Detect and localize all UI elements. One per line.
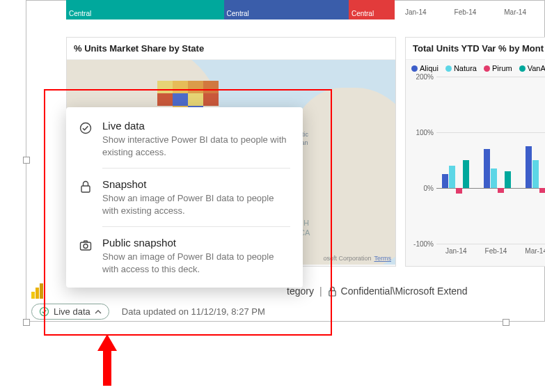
data-updated-text: Data updated on 11/12/19, 8:27 PM	[122, 306, 265, 317]
check-circle-icon	[39, 306, 49, 317]
x-axis: Jan-14 Feb-14 Mar-14	[436, 247, 545, 255]
bar-chart-title: Total Units YTD Var % by Mont	[406, 38, 545, 60]
live-data-dropdown[interactable]: Live data	[31, 304, 109, 320]
status-bar: Live data Data updated on 11/12/19, 8:27…	[31, 304, 265, 320]
lock-icon	[79, 180, 93, 217]
legend-dot-vanar	[519, 65, 526, 72]
chevron-up-icon	[95, 308, 102, 315]
data-mode-popup: Live data Show interactive Power BI data…	[66, 107, 303, 288]
selection-handle-bottom-right[interactable]	[503, 319, 510, 326]
annotation-arrow-icon	[97, 334, 117, 386]
popup-item-title: Live data	[102, 120, 290, 132]
camera-icon	[79, 238, 93, 275]
popup-item-title: Public snapshot	[102, 237, 290, 249]
map-attribution: osoft CorporationTerms	[323, 255, 391, 262]
segment-blue: Central	[224, 0, 349, 19]
segment-red: Central	[349, 0, 395, 19]
legend-dot-natura	[445, 65, 452, 72]
map-terms-link[interactable]: Terms	[374, 255, 392, 262]
top-right-x-axis: Jan-14 Feb-14 Mar-14	[405, 8, 526, 16]
popup-option-live-data[interactable]: Live data Show interactive Power BI data…	[66, 110, 303, 168]
legend-dot-pirum	[484, 65, 490, 72]
selection-handle-left[interactable]	[23, 157, 30, 164]
popup-item-subtitle: Show interactive Power BI data to people…	[102, 134, 290, 158]
map-title: % Units Market Share by State	[67, 38, 395, 60]
popup-option-public-snapshot[interactable]: Public snapshot Show an image of Power B…	[66, 227, 303, 285]
bar-chart-card[interactable]: Total Units YTD Var % by Mont Aliqui Nat…	[405, 37, 545, 267]
map-label-h: H	[303, 219, 309, 227]
segment-teal: Central	[66, 0, 224, 19]
y-axis: 200% 100% 0% -100%	[409, 77, 436, 244]
bar-chart-area: 200% 100% 0% -100%	[409, 77, 545, 244]
svg-rect-3	[329, 290, 335, 295]
popup-item-subtitle: Show an image of Power BI data to people…	[102, 192, 290, 217]
popup-item-title: Snapshot	[102, 178, 290, 190]
check-circle-icon	[79, 121, 93, 158]
lock-icon	[328, 286, 337, 297]
svg-rect-7	[81, 242, 91, 250]
popup-item-subtitle: Show an image of Power BI data to people…	[102, 251, 290, 275]
stacked-bar-segment-row: Central Central Central	[66, 0, 395, 19]
svg-rect-6	[81, 186, 90, 192]
selection-handle-bottom-left[interactable]	[23, 319, 30, 326]
svg-point-8	[84, 244, 88, 249]
popup-option-snapshot[interactable]: Snapshot Show an image of Power BI data …	[66, 168, 303, 226]
live-data-label: Live data	[54, 306, 90, 317]
bars	[436, 77, 545, 244]
legend-dot-aliqui	[411, 65, 418, 72]
confidential-label: Confidential\Microsoft Extend	[341, 285, 468, 297]
